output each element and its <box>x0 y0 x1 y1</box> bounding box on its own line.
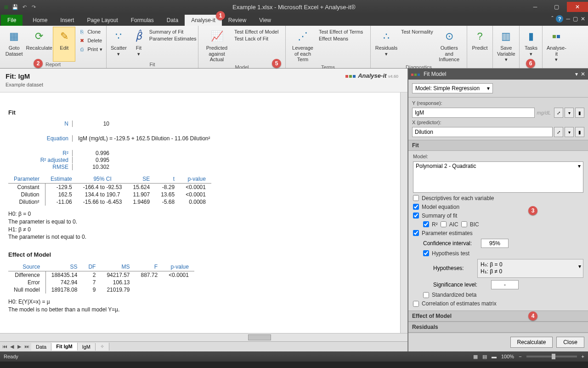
callout-5: 5 <box>272 59 281 68</box>
sheet-tab-igm[interactable]: IgM <box>78 343 96 351</box>
r2-checkbox[interactable]: R² <box>423 221 438 228</box>
delete-icon: ✖ <box>78 37 85 44</box>
table-row: Dilution²-11.06-15.66 to -6.4531.9469-5.… <box>8 198 211 206</box>
panel-menu-icon[interactable]: ▾ <box>575 71 578 77</box>
brand-label: Analyse-it v4.60 <box>345 72 398 79</box>
y-dropdown-icon[interactable]: ▾ <box>565 108 574 118</box>
predict-button[interactable]: ?Predict <box>470 27 490 62</box>
fit-button[interactable]: β̂Fit ▾ <box>130 27 147 62</box>
goto-dataset-button[interactable]: ▦Goto Dataset <box>3 27 25 62</box>
y-scale-icon[interactable]: ⤢ <box>554 108 563 118</box>
model-equation-checkbox[interactable]: Model equation <box>413 204 583 210</box>
dataset-icon: ▦ <box>7 29 22 44</box>
save-variable-button[interactable]: ▥Save Variable ▾ <box>496 27 517 64</box>
y-response-input[interactable] <box>412 108 535 118</box>
callout-1: 1 <box>216 11 225 20</box>
bic-checkbox[interactable]: BIC <box>461 221 479 228</box>
zoom-level: 100% <box>501 354 514 359</box>
help-icon[interactable]: ? <box>556 15 563 23</box>
restore-workbook-icon[interactable]: ▢ <box>573 16 578 22</box>
test-lack-fit-button[interactable]: Test Lack of Fit <box>234 35 278 42</box>
close-workbook-icon[interactable]: ✕ <box>581 16 585 22</box>
close-button[interactable]: ✕ <box>567 2 588 12</box>
test-effect-model-button[interactable]: Test Effect of Model <box>234 29 278 35</box>
sheet-last-icon[interactable]: ⏭ <box>23 344 30 350</box>
x-dropdown-icon[interactable]: ▾ <box>565 127 574 137</box>
view-normal-icon[interactable]: ▦ <box>473 354 478 360</box>
sheet-first-icon[interactable]: ⏮ <box>1 344 8 350</box>
redo-icon[interactable]: ↷ <box>29 3 38 11</box>
param-estimates-checkbox[interactable]: Parameter estimates <box>413 230 583 236</box>
x-scale-icon[interactable]: ⤢ <box>554 127 563 137</box>
test-effect-terms-button[interactable]: Test Effect of Terms <box>319 29 363 35</box>
minimize-button[interactable]: ─ <box>525 2 546 12</box>
hypothesis-test-checkbox[interactable]: Hypothesis test <box>413 250 583 257</box>
ci-input[interactable] <box>481 239 509 248</box>
summary-of-fit-button[interactable]: Summary of Fit <box>149 29 197 35</box>
recalculate-button[interactable]: ⟳Recalculate <box>27 27 51 62</box>
sheet-prev-icon[interactable]: ◀ <box>8 344 16 350</box>
save-icon[interactable]: 💾 <box>11 3 19 11</box>
sheet-next-icon[interactable]: ▶ <box>16 344 23 350</box>
tab-formulas[interactable]: Formulas <box>124 15 160 26</box>
clone-button[interactable]: ⎘Clone <box>77 28 103 36</box>
correlation-matrix-checkbox[interactable]: Correlation of estimates matrix <box>413 300 583 307</box>
zoom-out-icon[interactable]: − <box>519 354 521 359</box>
sig-input[interactable] <box>491 280 519 289</box>
residuals-button[interactable]: ∴Residuals ▾ <box>373 27 399 64</box>
std-beta-checkbox[interactable]: Standardized beta <box>413 292 583 298</box>
residuals-accordion[interactable]: Residuals <box>408 322 588 333</box>
panel-close-icon[interactable]: ✕ <box>581 71 585 77</box>
report-subtitle: Example dataset <box>6 82 402 87</box>
tab-home[interactable]: Home <box>26 15 54 26</box>
x-predictor-input[interactable] <box>412 127 553 137</box>
chevron-down-icon: ▾ <box>487 85 490 92</box>
tab-insert[interactable]: Insert <box>54 15 80 26</box>
summary-fit-checkbox[interactable]: Summary of fit <box>413 213 583 219</box>
y-clear-icon[interactable]: ▮ <box>575 108 584 118</box>
zoom-in-icon[interactable]: + <box>582 354 584 359</box>
sheet-new-icon[interactable]: ✧ <box>96 343 109 351</box>
outliers-button[interactable]: ⊙Outliers and Influence <box>435 27 464 64</box>
edit-button[interactable]: ✎Edit <box>53 27 75 62</box>
tab-page-layout[interactable]: Page Layout <box>80 15 124 26</box>
panel-recalculate-button[interactable]: Recalculate <box>510 337 553 348</box>
zoom-slider[interactable] <box>526 356 577 357</box>
min-workbook-icon[interactable]: ─ <box>566 16 570 22</box>
delete-button[interactable]: ✖Delete <box>77 36 103 45</box>
print-button[interactable]: ⎙Print ▾ <box>77 45 103 53</box>
panel-close-button[interactable]: Close <box>556 337 584 348</box>
sheet-tab-data[interactable]: Data <box>31 343 51 351</box>
collapse-ribbon-icon[interactable]: ˆ <box>551 16 553 22</box>
fit-model-select[interactable]: Polynomial 2 - Quadratic▾ <box>413 161 583 193</box>
table-row: Constant-129.5-166.4 to -92.5315.624-8.2… <box>8 184 211 191</box>
undo-icon[interactable]: ↶ <box>20 3 28 11</box>
effect-model-accordion[interactable]: Effect of Model <box>408 310 588 322</box>
x-clear-icon[interactable]: ▮ <box>575 127 584 137</box>
sheet-tab-fit-igm[interactable]: Fit IgM <box>51 343 77 351</box>
group-fit-label: Fit <box>109 62 195 68</box>
test-normality-button[interactable]: Test Normality <box>401 29 433 35</box>
tasks-button[interactable]: ▮Tasks ▾ <box>522 27 540 62</box>
callout-3: 3 <box>528 206 537 215</box>
parameter-estimates-button[interactable]: Parameter Estimates <box>149 35 197 42</box>
aic-checkbox[interactable]: AIC <box>441 221 458 228</box>
hypotheses-select[interactable]: H₀: β = 0H₁: β ≠ 0▾ <box>477 259 583 278</box>
effect-means-button[interactable]: Effect Means <box>319 35 363 42</box>
leverage-button[interactable]: ⋰Leverage of each Term <box>288 27 317 64</box>
scatter-button[interactable]: ∵Scatter ▾ <box>109 27 128 62</box>
tab-file[interactable]: File <box>1 15 23 26</box>
predicted-actual-button[interactable]: 📈Predicted against Actual <box>201 27 232 64</box>
analyse-it-menu-button[interactable]: Analyse-it ▾ <box>545 27 568 64</box>
fit-accordion-header[interactable]: Fit <box>408 140 588 151</box>
maximize-button[interactable]: ▢ <box>546 2 567 12</box>
tab-data[interactable]: Data <box>160 15 185 26</box>
tab-view[interactable]: View <box>253 15 277 26</box>
model-type-select[interactable]: Model: Simple Regression▾ <box>412 83 493 93</box>
vertical-scrollbar[interactable] <box>400 92 407 333</box>
view-layout-icon[interactable]: ▤ <box>482 354 487 360</box>
tab-review[interactable]: Review <box>222 15 253 26</box>
descriptives-checkbox[interactable]: Descriptives for each variable <box>413 195 583 201</box>
horizontal-scrollbar[interactable] <box>0 333 407 341</box>
view-break-icon[interactable]: ▬ <box>492 354 497 359</box>
